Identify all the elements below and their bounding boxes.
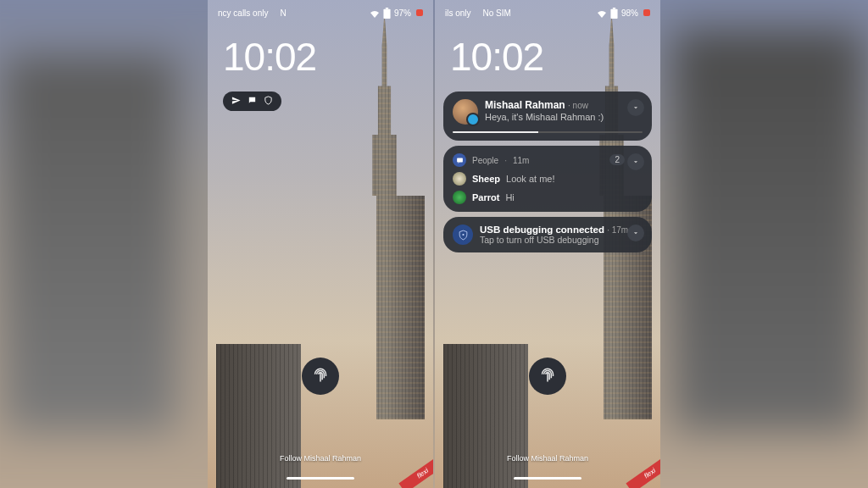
- lockscreen-clock: 10:02: [450, 34, 543, 80]
- battery-icon: [383, 8, 391, 19]
- phone-pair: ncy calls only N 97% 10:02: [208, 0, 660, 488]
- message-preview: Heya, it's Mishaal Rahman :): [485, 112, 604, 122]
- phone-right: ils only No SIM 98% 10:02: [435, 0, 660, 488]
- status-bar: ncy calls only N 97%: [208, 5, 433, 20]
- nav-handle[interactable]: [287, 477, 354, 480]
- phone-left: ncy calls only N 97% 10:02: [208, 0, 433, 488]
- notif-title: USB debugging connected: [480, 225, 604, 235]
- shield-icon: [264, 96, 273, 107]
- nav-handle[interactable]: [514, 477, 581, 480]
- wifi-icon: [370, 8, 380, 17]
- expand-button[interactable]: [627, 153, 644, 170]
- expand-button[interactable]: [627, 99, 644, 116]
- status-bar: ils only No SIM 98%: [435, 5, 660, 20]
- conversation-row[interactable]: Sheep Look at me!: [453, 172, 643, 186]
- avatar: [453, 99, 478, 125]
- app-name: People: [472, 156, 498, 165]
- notification-conversations[interactable]: People · 11m 2 Sheep Look at me! Parrot …: [443, 146, 652, 212]
- fingerprint-unlock[interactable]: [529, 358, 566, 395]
- conversation-row[interactable]: Parrot Hi: [453, 191, 643, 204]
- status-network: ncy calls only N: [218, 8, 370, 18]
- status-network: ils only No SIM: [445, 8, 597, 18]
- message-preview: Look at me!: [506, 174, 554, 184]
- battery-percent: 98%: [621, 8, 638, 18]
- svg-rect-3: [613, 8, 615, 9]
- notif-time: 17m: [612, 225, 628, 235]
- sender-name: Mishaal Rahman: [485, 99, 565, 111]
- notification-list: Mishaal Rahman · now Heya, it's Mishaal …: [443, 92, 652, 252]
- people-app-icon: [453, 153, 466, 167]
- attribution-text: Follow Mishaal Rahman: [507, 454, 588, 463]
- expand-button[interactable]: [627, 225, 644, 241]
- sim-text: No SIM: [482, 8, 510, 18]
- corner-ribbon: flexi: [626, 454, 660, 488]
- svg-point-5: [462, 233, 464, 235]
- svg-rect-4: [457, 158, 463, 162]
- message-preview: Hi: [505, 192, 514, 202]
- avatar: [453, 191, 466, 204]
- fingerprint-unlock[interactable]: [302, 358, 339, 395]
- mic-indicator-icon: [643, 9, 650, 16]
- corner-ribbon: flexi: [398, 454, 433, 488]
- notification-icon-row[interactable]: [223, 92, 281, 111]
- notif-time: now: [573, 101, 588, 110]
- notif-time: 11m: [513, 156, 529, 165]
- progress-bar: [453, 131, 643, 133]
- send-icon: [231, 96, 241, 107]
- network-text: ils only: [445, 8, 471, 18]
- svg-rect-1: [386, 8, 388, 9]
- wallpaper-building-fg: [443, 344, 528, 488]
- avatar: [453, 172, 466, 186]
- lockscreen-clock: 10:02: [223, 34, 316, 80]
- sim-text: N: [280, 8, 286, 18]
- wifi-icon: [597, 8, 607, 17]
- chat-icon: [248, 96, 257, 107]
- notification-message[interactable]: Mishaal Rahman · now Heya, it's Mishaal …: [443, 92, 652, 141]
- usb-debug-icon: [453, 225, 473, 245]
- battery-icon: [610, 8, 618, 19]
- contact-name: Sheep: [472, 174, 500, 184]
- wallpaper-building-fg: [216, 344, 301, 488]
- network-text: ncy calls only: [218, 8, 268, 18]
- svg-rect-0: [383, 8, 390, 18]
- mic-indicator-icon: [416, 9, 423, 16]
- battery-percent: 97%: [394, 8, 411, 18]
- contact-name: Parrot: [472, 192, 499, 202]
- attribution-text: Follow Mishaal Rahman: [280, 454, 361, 463]
- svg-rect-2: [610, 8, 617, 18]
- notification-system[interactable]: USB debugging connected · 17m Tap to tur…: [443, 217, 652, 252]
- notif-body: Tap to turn off USB debugging: [480, 235, 628, 245]
- wallpaper-building: [344, 13, 425, 419]
- notif-count-badge: 2: [609, 154, 625, 165]
